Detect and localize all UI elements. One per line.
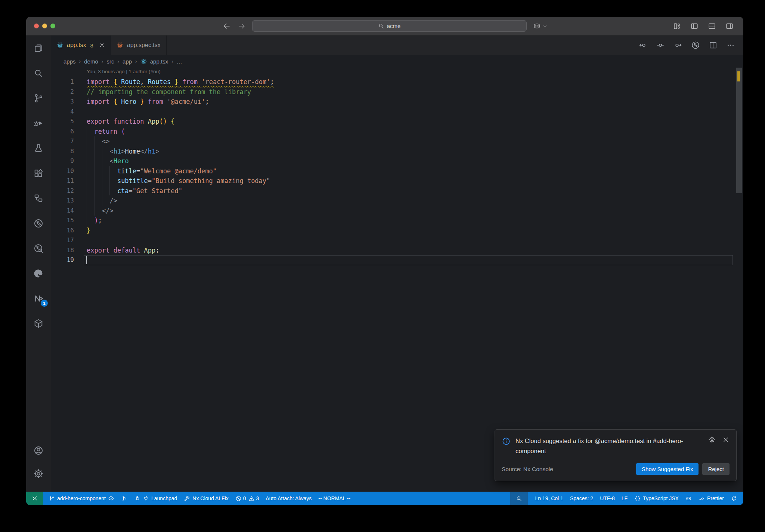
activity-bar-item-accounts[interactable] — [30, 442, 47, 460]
line-content: import { Route, Routes } from 'react-rou… — [87, 77, 274, 87]
split-editor-icon[interactable] — [709, 41, 718, 50]
code-line-18[interactable]: 18export default App; — [51, 245, 743, 256]
code-line-13[interactable]: 13 /> — [51, 196, 743, 206]
activity-bar-item-git-graph-search[interactable] — [30, 239, 47, 257]
activity-bar-item-git-graph[interactable] — [30, 214, 47, 232]
status-problems[interactable]: 03 — [232, 492, 263, 505]
status-copilot-status[interactable] — [682, 492, 695, 505]
status-indentation[interactable]: Spaces: 2 — [567, 492, 597, 505]
activity-bar-item-run-and-debug[interactable] — [30, 114, 47, 132]
react-icon — [117, 42, 124, 49]
status-vim-mode[interactable]: -- NORMAL -- — [315, 492, 354, 505]
editor-scrollbar[interactable] — [736, 68, 742, 193]
status-cursor-position[interactable]: Ln 19, Col 1 — [532, 492, 567, 505]
activity-bar-item-search[interactable] — [30, 64, 47, 82]
next-change-icon[interactable] — [673, 41, 682, 50]
editor-actions — [638, 35, 743, 55]
line-number: 8 — [51, 146, 74, 157]
breadcrumb-symbol[interactable]: … — [177, 58, 182, 65]
activity-bar-item-settings[interactable] — [30, 465, 47, 483]
code-line-1[interactable]: 1import { Route, Routes } from 'react-ro… — [51, 77, 743, 87]
breadcrumb-item[interactable]: apps — [64, 58, 76, 65]
code-line-2[interactable]: 2// importing the component from the lib… — [51, 87, 743, 97]
line-number: 2 — [51, 87, 74, 97]
status-notifications-bell[interactable] — [727, 492, 740, 505]
activity-bar-item-project-graph[interactable] — [30, 189, 47, 207]
customize-layout-icon[interactable] — [673, 22, 681, 30]
breadcrumb-item[interactable]: src — [106, 58, 114, 65]
show-suggested-fix-button[interactable]: Show Suggested Fix — [636, 463, 699, 475]
status-remote-indicator[interactable] — [26, 492, 43, 505]
status-launchpad[interactable]: Launchpad — [131, 492, 180, 505]
copilot-menu[interactable] — [533, 22, 548, 30]
change-icon[interactable] — [656, 41, 665, 50]
status-auto-attach[interactable]: Auto Attach: Always — [262, 492, 315, 505]
code-line-17[interactable]: 17 — [51, 235, 743, 245]
search-icon — [33, 68, 44, 78]
status-zoom-level[interactable] — [510, 492, 528, 505]
status-nx-cloud-ai-fix[interactable]: Nx Cloud AI Fix — [180, 492, 232, 505]
activity-bar-item-package-explorer[interactable] — [30, 315, 47, 332]
line-content: title="Welcmoe @acme/demo" — [87, 166, 217, 176]
line-content: </> — [87, 206, 114, 216]
activity-bar-item-source-control[interactable] — [30, 89, 47, 107]
code-line-15[interactable]: 15 ); — [51, 216, 743, 226]
tab-app.spec.tsx[interactable]: app.spec.tsx — [111, 35, 167, 55]
code-line-14[interactable]: 14 </> — [51, 206, 743, 216]
line-number: 14 — [51, 206, 74, 216]
code-line-12[interactable]: 12 cta="Get Started" — [51, 186, 743, 196]
status-git-branch[interactable]: add-hero-component — [45, 492, 118, 505]
breadcrumb-item[interactable]: demo — [84, 58, 98, 65]
line-content: // importing the component from the libr… — [87, 87, 251, 97]
notification-close-icon[interactable] — [722, 436, 730, 443]
code-editor[interactable]: You, 3 hours ago | 1 author (You) 1impor… — [51, 68, 743, 492]
rocket-icon — [134, 495, 140, 502]
line-content: import { Hero } from '@acme/ui'; — [87, 97, 209, 107]
code-line-16[interactable]: 16} — [51, 226, 743, 236]
code-line-7[interactable]: 7 <> — [51, 136, 743, 146]
minimize-window-button[interactable] — [42, 24, 47, 28]
status-prettier[interactable]: Prettier — [695, 492, 727, 505]
command-center-search[interactable]: acme — [252, 20, 527, 32]
line-number: 4 — [51, 107, 74, 117]
code-line-6[interactable]: 6 return ( — [51, 127, 743, 137]
run-circle-icon[interactable] — [691, 41, 700, 50]
line-content: return ( — [87, 127, 125, 137]
status-label: Auto Attach: Always — [266, 495, 312, 501]
notification-settings-gear-icon[interactable] — [708, 436, 716, 443]
code-line-5[interactable]: 5export function App() { — [51, 117, 743, 127]
reject-button[interactable]: Reject — [702, 463, 730, 475]
more-icon[interactable] — [726, 41, 735, 50]
forward-arrow-icon[interactable] — [237, 22, 246, 31]
status-language-mode[interactable]: {}TypeScript JSX — [631, 492, 682, 505]
activity-bar-item-testing[interactable] — [30, 139, 47, 157]
tab-close-icon[interactable] — [99, 42, 105, 48]
status-encoding[interactable]: UTF-8 — [597, 492, 618, 505]
breadcrumb-item[interactable]: app — [123, 58, 132, 65]
breadcrumb-file[interactable]: app.tsx — [150, 58, 168, 65]
zoom-window-button[interactable] — [50, 24, 55, 28]
activity-bar-item-explorer[interactable] — [30, 39, 47, 57]
text-cursor — [86, 256, 87, 264]
code-line-9[interactable]: 9 <Hero — [51, 156, 743, 166]
code-line-19[interactable]: 19 — [51, 255, 743, 265]
back-arrow-icon[interactable] — [222, 22, 231, 31]
toggle-primary-sidebar-icon[interactable] — [690, 22, 699, 30]
prev-change-icon[interactable] — [638, 41, 647, 50]
code-line-8[interactable]: 8 <h1>Home</h1> — [51, 146, 743, 157]
activity-bar-item-nx-console[interactable]: 1 — [30, 290, 47, 307]
status-commit-graph[interactable] — [118, 492, 131, 505]
close-window-button[interactable] — [34, 24, 39, 28]
activity-bar-item-extensions[interactable] — [30, 164, 47, 182]
status-eol[interactable]: LF — [618, 492, 631, 505]
line-content: export default App; — [87, 245, 159, 256]
indent-guide — [102, 146, 102, 205]
code-line-3[interactable]: 3import { Hero } from '@acme/ui'; — [51, 97, 743, 107]
activity-bar-item-edge-devtools[interactable] — [30, 265, 47, 282]
toggle-panel-icon[interactable] — [708, 22, 716, 30]
code-line-11[interactable]: 11 subtitle="Build something amazing tod… — [51, 176, 743, 186]
code-line-10[interactable]: 10 title="Welcmoe @acme/demo" — [51, 166, 743, 176]
code-line-4[interactable]: 4 — [51, 107, 743, 117]
tab-app.tsx[interactable]: app.tsx3 — [51, 35, 111, 55]
toggle-secondary-sidebar-icon[interactable] — [725, 22, 734, 30]
